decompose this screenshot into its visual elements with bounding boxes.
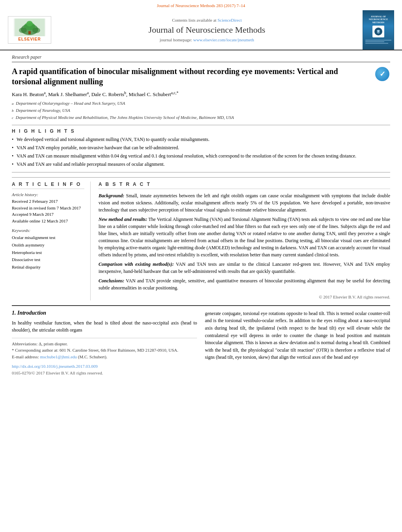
- keyword-5: Retinal disparity: [12, 263, 84, 271]
- keywords-group: Keywords: Ocular misalignment test Otoli…: [12, 228, 84, 271]
- background-text: Small, innate asymmetries between the le…: [99, 193, 390, 213]
- email-suffix: (M.C. Schubert).: [78, 354, 108, 359]
- introduction-left-text: In healthy vestibular function, when the…: [12, 319, 197, 334]
- crossmark-circle: ✓: [375, 67, 389, 81]
- highlights-list: We developed vertical and torsional alig…: [12, 136, 390, 167]
- comparison-label: Comparison with existing method(s):: [99, 261, 174, 267]
- journal-title: Journal of Neuroscience Methods: [59, 25, 355, 35]
- background-label: Background:: [99, 193, 124, 198]
- contents-available: Contents lists available at ScienceDirec…: [59, 18, 355, 22]
- introduction-right-text: generate conjugate, torsional eye rotati…: [205, 310, 390, 361]
- page-header: Journal of Neuroscience Methods 283 (201…: [0, 0, 402, 50]
- conclusions-label: Conclusions:: [99, 278, 124, 284]
- homepage-label: journal homepage:: [160, 37, 192, 42]
- header-content: ELSEVIER Contents lists available at Sci…: [8, 10, 394, 50]
- abstract-background: Background: Small, innate asymmetries be…: [99, 192, 390, 213]
- authors-line: Kara H. Beatona, Mark J. Shelhamera, Dal…: [12, 91, 390, 98]
- keyword-4: Dissociative test: [12, 256, 84, 263]
- svg-point-5: [19, 28, 27, 33]
- affiliation-a: a Department of Otolaryngology – Head an…: [12, 100, 390, 107]
- email-label: E-mail address:: [12, 354, 39, 359]
- info-abstract-section: A R T I C L E I N F O Article history: R…: [12, 177, 390, 300]
- sciencedirect-link[interactable]: ScienceDirect: [218, 18, 242, 22]
- received-revised-date: Received in revised form 7 March 2017: [12, 205, 84, 211]
- history-label: Article history:: [12, 192, 84, 197]
- corresponding-note: * Corresponding author at: 601 N. Caroli…: [12, 347, 197, 354]
- highlight-item-2: VAN and TAN employ portable, non-invasiv…: [12, 145, 390, 151]
- page: Journal of Neuroscience Methods 283 (201…: [0, 0, 402, 532]
- elsevier-tree-svg: [15, 19, 45, 36]
- article-info-column: A R T I C L E I N F O Article history: R…: [12, 182, 91, 300]
- article-body: Research paper A rapid quantification of…: [0, 50, 402, 380]
- journal-cover-image: JOURNAL OF NEUROSCIENCE METHODS: [363, 10, 394, 50]
- doi-line[interactable]: http://dx.doi.org/10.1016/j.jneumeth.201…: [12, 363, 197, 370]
- crossmark-icon[interactable]: ✓: [374, 66, 390, 82]
- affiliation-c: c Department of Physical Medicine and Re…: [12, 114, 390, 121]
- email-note: E-mail address: mschube1@jhmi.edu (M.C. …: [12, 354, 197, 360]
- keywords-list: Ocular misalignment test Otolith asymmet…: [12, 234, 84, 271]
- abstract-conclusions: Conclusions: VAN and TAN provide simple,…: [99, 277, 390, 291]
- doi-link[interactable]: http://dx.doi.org/10.1016/j.jneumeth.201…: [12, 364, 98, 369]
- elsevier-tree-image: [14, 19, 45, 36]
- journal-homepage: journal homepage: www.elsevier.com/locat…: [59, 37, 355, 42]
- elsevier-brand-text: ELSEVIER: [18, 37, 41, 41]
- elsevier-logo: ELSEVIER: [8, 16, 51, 44]
- article-type-label: Research paper: [12, 54, 390, 62]
- svg-point-6: [32, 28, 40, 33]
- accepted-date: Accepted 9 March 2017: [12, 211, 84, 218]
- highlights-section: H I G H L I G H T S We developed vertica…: [12, 125, 390, 172]
- homepage-url[interactable]: www.elsevier.com/locate/jneumeth: [193, 37, 254, 42]
- cover-brain-icon: [374, 27, 383, 36]
- highlight-item-1: We developed vertical and torsional alig…: [12, 136, 390, 143]
- new-method-text: The Vertical Alignment Nulling (VAN) and…: [99, 217, 390, 258]
- introduction-right: generate conjugate, torsional eye rotati…: [205, 310, 390, 376]
- article-history: Article history: Received 2 February 201…: [12, 192, 84, 224]
- email-link[interactable]: mschube1@jhmi.edu: [40, 354, 77, 359]
- introduction-left: 1. Introduction In healthy vestibular fu…: [12, 310, 197, 376]
- keyword-1: Ocular misalignment test: [12, 234, 84, 241]
- article-title-section: A rapid quantification of binocular misa…: [12, 66, 390, 87]
- svg-rect-4: [28, 31, 31, 34]
- keywords-label: Keywords:: [12, 228, 84, 233]
- copyright-line: © 2017 Elsevier B.V. All rights reserved…: [99, 294, 390, 300]
- article-title: A rapid quantification of binocular misa…: [12, 66, 368, 87]
- available-date: Available online 12 March 2017: [12, 218, 84, 224]
- affiliation-b: b Department of Neurology, USA: [12, 107, 390, 114]
- keyword-2: Otolith asymmetry: [12, 241, 84, 249]
- article-info-header: A R T I C L E I N F O: [12, 182, 84, 189]
- affiliations: a Department of Otolaryngology – Head an…: [12, 100, 390, 121]
- section-title: Introduction: [17, 310, 46, 316]
- contents-text: Contents lists available at: [172, 18, 216, 22]
- abstract-column: A B S T R A C T Background: Small, innat…: [99, 182, 390, 300]
- journal-reference-link[interactable]: Journal of Neuroscience Methods 283 (201…: [8, 3, 394, 8]
- cover-lines: [365, 39, 392, 44]
- introduction-section: 1. Introduction In healthy vestibular fu…: [12, 305, 390, 376]
- keyword-3: Heterophoria test: [12, 249, 84, 256]
- received-date: Received 2 February 2017: [12, 198, 84, 205]
- introduction-heading: 1. Introduction: [12, 310, 197, 316]
- highlight-item-3: VAN and TAN can measure misalignment wit…: [12, 153, 390, 159]
- journal-center: Contents lists available at ScienceDirec…: [51, 18, 363, 42]
- svg-point-3: [26, 21, 33, 26]
- abstract-comparison: Comparison with existing method(s): VAN …: [99, 261, 390, 275]
- footnotes: Abbreviations: Δ, prism diopter. * Corre…: [12, 338, 197, 376]
- abstract-header: A B S T R A C T: [99, 182, 390, 189]
- highlight-item-4: VAN and TAN are valid and reliable perce…: [12, 161, 390, 168]
- abstract-new-method: New method and results: The Vertical Ali…: [99, 216, 390, 258]
- new-method-label: New method and results:: [99, 217, 147, 222]
- conclusions-text: VAN and TAN provide simple, sensitive, a…: [99, 278, 390, 291]
- cover-lines-svg: [365, 39, 392, 44]
- highlights-title: H I G H L I G H T S: [12, 128, 390, 134]
- abbreviation-note: Abbreviations: Δ, prism diopter.: [12, 341, 197, 347]
- cover-icon: [372, 26, 384, 37]
- issn-line: 0165-0270/© 2017 Elsevier B.V. All right…: [12, 370, 197, 376]
- section-number: 1.: [12, 310, 16, 316]
- abstract-text: Background: Small, innate asymmetries be…: [99, 192, 390, 300]
- journal-reference-anchor[interactable]: Journal of Neuroscience Methods 283 (201…: [157, 3, 245, 8]
- cover-journal-title: JOURNAL OF NEUROSCIENCE METHODS: [369, 15, 388, 24]
